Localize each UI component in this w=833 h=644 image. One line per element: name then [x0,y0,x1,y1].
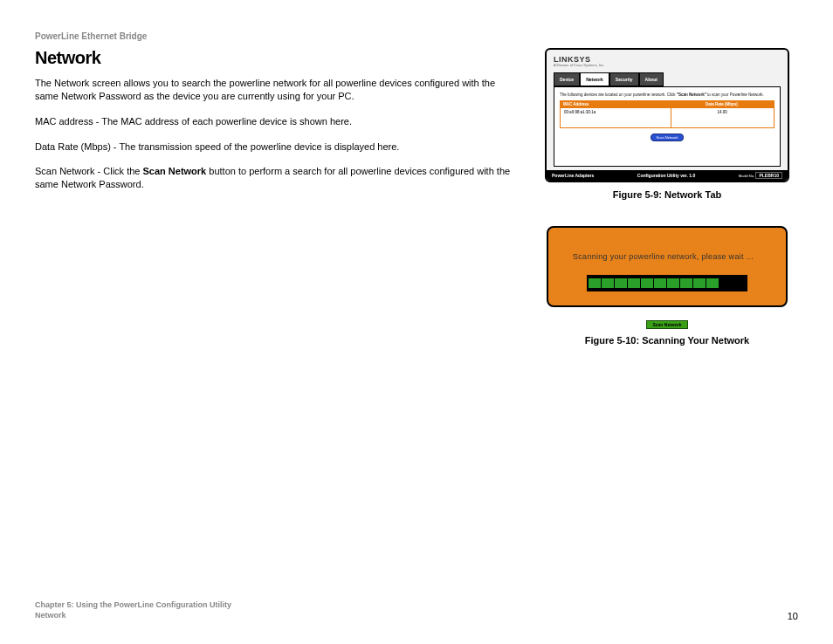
figure-5-10-caption: Figure 5-10: Scanning Your Network [536,335,798,346]
col-header-rate: Data Rate (Mbps) [669,102,774,106]
footer-right: Model No. PLEBR10 [739,173,782,178]
cell-mac: 00:e0:98:a1:30:1a [561,108,671,127]
section-title: Network [35,48,515,68]
scan-text-bold: Scan Network [142,166,206,176]
progress-segment [654,278,666,288]
tab-device[interactable]: Device [554,72,580,86]
tab-security[interactable]: Security [609,72,639,86]
progress-segment [628,278,640,288]
model-number: PLEBR10 [755,172,782,179]
page-number: 10 [788,611,798,621]
chapter-footer: Chapter 5: Using the PowerLine Configura… [35,599,231,621]
scanning-text: Scanning your powerline network, please … [573,250,761,263]
figure-5-9: LINKSYS A Division of Cisco Systems, Inc… [545,48,789,182]
progress-segment [615,278,627,288]
tab-content: The following devices are located on you… [554,86,781,167]
progress-segment [602,278,614,288]
progress-bar [587,275,747,291]
table-header: MAC Address Data Rate (Mbps) [560,100,774,108]
scan-network-button[interactable]: Scan Network [651,134,685,141]
paragraph-scan: Scan Network - Click the Scan Network bu… [35,165,515,191]
progress-segment [693,278,706,288]
tab-about[interactable]: About [639,72,664,86]
paragraph-mac: MAC address - The MAC address of each po… [35,115,515,128]
progress-segment [667,278,679,288]
progress-segment [589,278,601,288]
figure-5-9-caption: Figure 5-9: Network Tab [536,189,798,200]
col-header-mac: MAC Address [560,102,669,106]
main-text-column: Network The Network screen allows you to… [35,48,536,203]
progress-segment [680,278,692,288]
table-row: 00:e0:98:a1:30:1a 14.00 [560,108,774,128]
product-header: PowerLine Ethernet Bridge [35,31,798,41]
progress-segment [641,278,653,288]
instruction-text: The following devices are located on you… [560,92,774,97]
footer-mid: Configuration Utility ver. 1.0 [637,173,695,178]
footer-left: PowerLine Adapters [552,173,594,178]
scan-text-a: Scan Network - Click the [35,166,142,176]
progress-segment [706,278,719,288]
subsection-line: Network [35,610,231,621]
paragraph-rate: Data Rate (Mbps) - The transmission spee… [35,140,515,154]
tab-network[interactable]: Network [580,72,609,86]
tab-bar: Device Network Security About [554,72,781,86]
figure-5-10: Scanning your powerline network, please … [547,226,788,307]
chapter-line: Chapter 5: Using the PowerLine Configura… [35,599,231,611]
cell-rate: 14.00 [671,108,774,127]
scan-network-button-2[interactable]: Scan Network [646,320,687,329]
app-footer-bar: PowerLine Adapters Configuration Utility… [547,170,788,181]
brand-subtitle: A Division of Cisco Systems, Inc. [554,63,781,67]
paragraph-intro: The Network screen allows you to search … [35,77,515,103]
